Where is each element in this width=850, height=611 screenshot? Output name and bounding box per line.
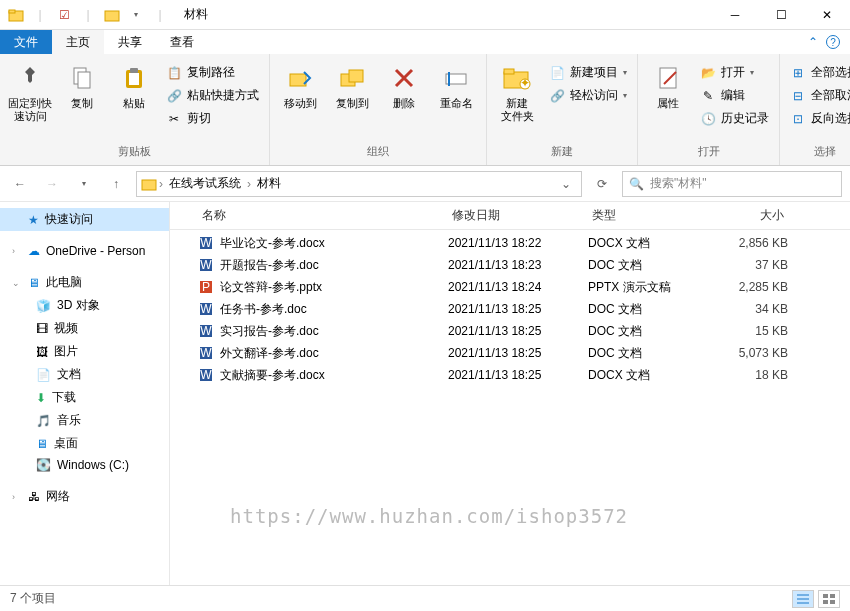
folder-icon <box>6 5 26 25</box>
cut-button[interactable]: ✂剪切 <box>162 108 263 129</box>
music-icon: 🎵 <box>36 414 51 428</box>
maximize-button[interactable]: ☐ <box>758 0 804 30</box>
file-row[interactable]: W毕业论文-参考.docx2021/11/13 18:22DOCX 文档2,85… <box>170 232 850 254</box>
sidebar-videos[interactable]: 🎞视频 <box>0 317 169 340</box>
file-icon: W <box>198 257 214 273</box>
sidebar-documents[interactable]: 📄文档 <box>0 363 169 386</box>
paste-button[interactable]: 粘贴 <box>110 58 158 114</box>
file-type: DOC 文档 <box>588 257 708 274</box>
ribbon-collapse-icon[interactable]: ⌃ <box>808 35 818 49</box>
view-icons-button[interactable] <box>818 590 840 608</box>
sidebar-cdrive[interactable]: 💽Windows (C:) <box>0 455 169 475</box>
up-button[interactable]: ↑ <box>104 172 128 196</box>
nav-pane: ★快速访问 ›☁OneDrive - Person ⌄🖥此电脑 🧊3D 对象 🎞… <box>0 202 170 585</box>
group-new-label: 新建 <box>493 142 631 161</box>
pictures-icon: 🖼 <box>36 345 48 359</box>
file-date: 2021/11/13 18:22 <box>448 236 588 250</box>
new-folder-button[interactable]: ✦新建 文件夹 <box>493 58 541 127</box>
chevron-right-icon[interactable]: › <box>159 177 163 191</box>
sidebar-pictures[interactable]: 🖼图片 <box>0 340 169 363</box>
copy-to-button[interactable]: 复制到 <box>328 58 376 114</box>
paste-shortcut-button[interactable]: 🔗粘贴快捷方式 <box>162 85 263 106</box>
file-date: 2021/11/13 18:23 <box>448 258 588 272</box>
chevron-right-icon[interactable]: › <box>247 177 251 191</box>
file-row[interactable]: W任务书-参考.doc2021/11/13 18:25DOC 文档34 KB <box>170 298 850 320</box>
svg-rect-1 <box>9 10 15 13</box>
help-icon[interactable]: ? <box>826 35 840 49</box>
select-all-button[interactable]: ⊞全部选择 <box>786 62 850 83</box>
recent-button[interactable]: ▾ <box>72 172 96 196</box>
file-row[interactable]: P论文答辩-参考.pptx2021/11/13 18:24PPTX 演示文稿2,… <box>170 276 850 298</box>
ribbon-tabs: 文件 主页 共享 查看 ⌃ ? <box>0 30 850 54</box>
title-bar: | ☑ | ▾ | 材料 ─ ☐ ✕ <box>0 0 850 30</box>
easy-access-button[interactable]: 🔗轻松访问▾ <box>545 85 631 106</box>
search-input[interactable]: 🔍 搜索"材料" <box>622 171 842 197</box>
delete-button[interactable]: 删除 <box>380 58 428 114</box>
forward-button[interactable]: → <box>40 172 64 196</box>
file-date: 2021/11/13 18:25 <box>448 346 588 360</box>
address-dropdown-icon[interactable]: ⌄ <box>555 177 577 191</box>
open-button[interactable]: 📂打开▾ <box>696 62 773 83</box>
view-details-button[interactable] <box>792 590 814 608</box>
tab-file[interactable]: 文件 <box>0 30 52 54</box>
breadcrumb[interactable]: › 在线考试系统 › 材料 ⌄ <box>136 171 582 197</box>
crumb-0[interactable]: 在线考试系统 <box>165 175 245 192</box>
svg-rect-36 <box>823 594 828 598</box>
downloads-icon: ⬇ <box>36 391 46 405</box>
copy-path-button[interactable]: 📋复制路径 <box>162 62 263 83</box>
svg-text:W: W <box>200 324 212 338</box>
sidebar-onedrive[interactable]: ›☁OneDrive - Person <box>0 241 169 261</box>
crumb-1[interactable]: 材料 <box>253 175 285 192</box>
pin-icon <box>14 62 46 94</box>
monitor-icon: 🖥 <box>28 276 40 290</box>
file-type: DOC 文档 <box>588 301 708 318</box>
file-row[interactable]: W实习报告-参考.doc2021/11/13 18:25DOC 文档15 KB <box>170 320 850 342</box>
file-type: PPTX 演示文稿 <box>588 279 708 296</box>
file-row[interactable]: W开题报告-参考.doc2021/11/13 18:23DOC 文档37 KB <box>170 254 850 276</box>
file-size: 18 KB <box>708 368 788 382</box>
move-to-button[interactable]: 移动到 <box>276 58 324 114</box>
tab-share[interactable]: 共享 <box>104 30 156 54</box>
properties-button[interactable]: 属性 <box>644 58 692 114</box>
path-icon: 📋 <box>166 65 182 81</box>
file-icon: W <box>198 345 214 361</box>
close-button[interactable]: ✕ <box>804 0 850 30</box>
qat-dropdown-icon[interactable]: ▾ <box>126 5 146 25</box>
tab-view[interactable]: 查看 <box>156 30 208 54</box>
col-name[interactable]: 名称 <box>198 207 448 224</box>
col-date[interactable]: 修改日期 <box>448 207 588 224</box>
file-row[interactable]: W文献摘要-参考.docx2021/11/13 18:25DOCX 文档18 K… <box>170 364 850 386</box>
rename-button[interactable]: 重命名 <box>432 58 480 114</box>
sidebar-3d-objects[interactable]: 🧊3D 对象 <box>0 294 169 317</box>
col-size[interactable]: 大小 <box>708 207 788 224</box>
new-folder-icon: ✦ <box>501 62 533 94</box>
star-icon: ★ <box>28 213 39 227</box>
sidebar-network[interactable]: ›🖧网络 <box>0 485 169 508</box>
sidebar-quick-access[interactable]: ★快速访问 <box>0 208 169 231</box>
dropdown-icon: ▾ <box>623 91 627 100</box>
tab-home[interactable]: 主页 <box>52 30 104 54</box>
qat-folder-icon[interactable] <box>102 5 122 25</box>
history-button[interactable]: 🕓历史记录 <box>696 108 773 129</box>
copy-icon <box>66 62 98 94</box>
minimize-button[interactable]: ─ <box>712 0 758 30</box>
copy-button[interactable]: 复制 <box>58 58 106 114</box>
edit-button[interactable]: ✎编辑 <box>696 85 773 106</box>
col-type[interactable]: 类型 <box>588 207 708 224</box>
file-row[interactable]: W外文翻译-参考.doc2021/11/13 18:25DOC 文档5,073 … <box>170 342 850 364</box>
new-item-icon: 📄 <box>549 65 565 81</box>
status-bar: 7 个项目 <box>0 585 850 611</box>
sidebar-music[interactable]: 🎵音乐 <box>0 409 169 432</box>
sidebar-downloads[interactable]: ⬇下载 <box>0 386 169 409</box>
refresh-button[interactable]: ⟳ <box>590 172 614 196</box>
qat-check-icon[interactable]: ☑ <box>54 5 74 25</box>
file-date: 2021/11/13 18:24 <box>448 280 588 294</box>
new-item-button[interactable]: 📄新建项目▾ <box>545 62 631 83</box>
select-none-button[interactable]: ⊟全部取消 <box>786 85 850 106</box>
pin-button[interactable]: 固定到快 速访问 <box>6 58 54 127</box>
invert-selection-button[interactable]: ⊡反向选择 <box>786 108 850 129</box>
cut-icon: ✂ <box>166 111 182 127</box>
back-button[interactable]: ← <box>8 172 32 196</box>
sidebar-desktop[interactable]: 🖥桌面 <box>0 432 169 455</box>
sidebar-this-pc[interactable]: ⌄🖥此电脑 <box>0 271 169 294</box>
